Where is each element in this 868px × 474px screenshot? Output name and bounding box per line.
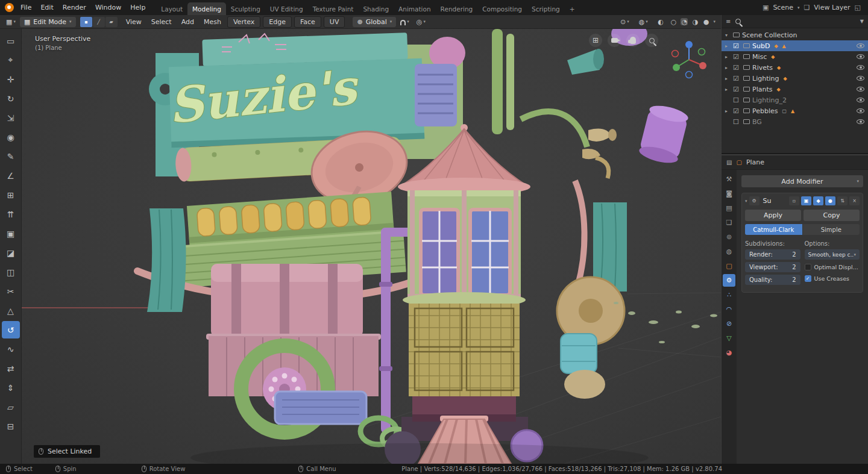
filter-icon[interactable]: ▼ xyxy=(860,19,864,24)
add-workspace-button[interactable]: + xyxy=(565,2,580,15)
snapping-button[interactable]: ▾ xyxy=(397,17,412,27)
viewport-3d[interactable]: Suzie's xyxy=(22,29,721,464)
disclosure-icon[interactable]: ▸ xyxy=(725,108,731,114)
pan-view-button[interactable] xyxy=(626,34,640,47)
tool-shrink-fatten[interactable]: ⇕ xyxy=(2,379,20,396)
workspace-tab-texture-paint[interactable]: Texture Paint xyxy=(308,2,359,15)
optimal-display-row[interactable]: Optimal Displ... xyxy=(805,262,860,272)
tool-inset-faces[interactable]: ▣ xyxy=(2,225,20,242)
menu-mesh[interactable]: Mesh xyxy=(200,17,225,27)
tool-transform[interactable]: ◉ xyxy=(2,128,20,146)
workspace-tab-sculpting[interactable]: Sculpting xyxy=(226,2,265,15)
panel-collapse-icon[interactable]: ▾ xyxy=(745,199,747,204)
menu-render[interactable]: Render xyxy=(58,2,90,13)
add-modifier-dropdown[interactable]: Add Modifier ▾ xyxy=(741,175,863,187)
blender-icon[interactable] xyxy=(5,3,14,12)
show-on-cage-toggle[interactable]: ▫ xyxy=(789,196,799,205)
tool-select-box[interactable]: ▭ xyxy=(2,32,20,49)
uv-smooth-dropdown[interactable]: Smooth, keep c.. ▾ xyxy=(805,249,860,260)
viewport-subdivisions-field[interactable]: Viewport: 2 xyxy=(745,262,800,272)
editor-type-button[interactable]: ▦ ▾ xyxy=(3,17,19,27)
zoom-view-button[interactable] xyxy=(645,34,658,47)
tool-spin[interactable]: ↺ xyxy=(2,321,20,338)
properties-tab-scene[interactable]: ⊚ xyxy=(723,231,735,243)
properties-tab-object-data[interactable]: ▽ xyxy=(723,332,735,345)
menu-add[interactable]: Add xyxy=(177,17,198,27)
menu-view[interactable]: View xyxy=(122,17,146,27)
outliner-item-subd[interactable]: ▸ ☑ SubD ◆ ▲ xyxy=(722,40,868,51)
shading-material-button[interactable]: ◑ xyxy=(691,18,699,25)
screens-icon[interactable]: ◱ xyxy=(855,4,861,11)
workspace-tab-layout[interactable]: Layout xyxy=(156,2,187,15)
disclosure-icon[interactable]: ▾ xyxy=(725,33,731,38)
scene-model[interactable]: Suzie's xyxy=(22,29,721,464)
visibility-eye-icon[interactable] xyxy=(857,76,864,81)
outliner-editor-icon[interactable]: ≡ xyxy=(726,18,731,25)
menu-edit[interactable]: Edit xyxy=(36,2,57,13)
menu-face[interactable]: Face xyxy=(294,16,321,28)
apply-button[interactable]: Apply xyxy=(745,210,801,221)
edge-select-mode-button[interactable]: ╱ xyxy=(93,17,105,27)
tool-measure[interactable]: ∠ xyxy=(2,167,20,184)
visibility-eye-icon[interactable] xyxy=(857,98,864,102)
outliner-item-bg[interactable]: ☐ BG xyxy=(722,116,868,127)
scene-caret-icon[interactable]: ▾ xyxy=(797,5,800,10)
chest[interactable] xyxy=(211,264,363,336)
outliner-item-pebbles[interactable]: ▸ ☑ Pebbles ▢ ▲ xyxy=(722,105,868,116)
workspace-tab-uv-editing[interactable]: UV Editing xyxy=(265,2,308,15)
tool-scale[interactable]: ⇲ xyxy=(2,109,20,126)
tool-cursor[interactable]: ⌖ xyxy=(2,51,20,69)
show-in-render-toggle[interactable]: ● xyxy=(825,196,835,205)
workspace-tab-rendering[interactable]: Rendering xyxy=(436,2,478,15)
workspace-tab-shading[interactable]: Shading xyxy=(358,2,394,15)
scene-selector[interactable]: Scene xyxy=(773,4,793,11)
render-subdivisions-field[interactable]: Render: 2 xyxy=(745,249,800,260)
pivot-point-button[interactable]: ⊙ ▾ xyxy=(617,17,632,27)
move-modifier-buttons[interactable]: ⇅ xyxy=(837,196,848,205)
properties-tab-physics[interactable]: ◠ xyxy=(723,303,735,316)
tool-edge-slide[interactable]: ⇄ xyxy=(2,360,20,377)
workspace-tab-compositing[interactable]: Compositing xyxy=(477,2,527,15)
model-steampunk-house[interactable]: Suzie's xyxy=(137,29,717,464)
properties-tab-world[interactable]: ◍ xyxy=(723,245,735,258)
collection-checkbox[interactable]: ☐ xyxy=(733,96,741,104)
simple-button[interactable]: Simple xyxy=(803,224,860,235)
tool-smooth[interactable]: ∿ xyxy=(2,340,20,358)
menu-window[interactable]: Window xyxy=(91,2,125,13)
properties-tab-material[interactable]: ◕ xyxy=(723,346,735,359)
pebbles[interactable] xyxy=(614,302,717,343)
properties-tab-tool[interactable]: ⚒ xyxy=(723,173,735,186)
delete-modifier-button[interactable]: × xyxy=(849,196,860,205)
properties-tab-render[interactable]: ◙ xyxy=(723,187,735,200)
tool-bevel[interactable]: ◪ xyxy=(2,244,20,261)
collection-checkbox[interactable]: ☑ xyxy=(733,75,741,83)
shading-rendered-button[interactable]: ● xyxy=(702,18,709,25)
disclosure-icon[interactable]: ▸ xyxy=(725,43,731,49)
disclosure-icon[interactable]: ▸ xyxy=(725,76,731,81)
tool-move[interactable]: ✛ xyxy=(2,70,20,88)
quality-field[interactable]: Quality: 2 xyxy=(745,275,800,285)
visibility-eye-icon[interactable] xyxy=(857,43,864,48)
outliner-item-misc[interactable]: ▸ ☑ Misc ◆ xyxy=(722,51,868,62)
workspace-tab-animation[interactable]: Animation xyxy=(394,2,436,15)
collection-checkbox[interactable]: ☑ xyxy=(733,86,741,93)
collection-checkbox[interactable]: ☑ xyxy=(733,64,741,72)
navigation-gizmo[interactable] xyxy=(668,39,710,81)
visibility-eye-icon[interactable] xyxy=(857,54,864,59)
visibility-eye-icon[interactable] xyxy=(857,119,864,124)
properties-tab-constraints[interactable]: ⊘ xyxy=(723,317,735,330)
catmull-clark-button[interactable]: Catmull-Clark xyxy=(745,224,802,235)
tool-poly-build[interactable]: △ xyxy=(2,302,20,319)
tool-rotate[interactable]: ↻ xyxy=(2,90,20,107)
show-in-edit-mode-toggle[interactable]: ▣ xyxy=(801,196,811,205)
optimal-display-checkbox[interactable] xyxy=(805,264,811,270)
tool-shear[interactable]: ▱ xyxy=(2,398,20,416)
mode-selector[interactable]: ▦ Edit Mode ▾ xyxy=(20,17,76,27)
disclosure-icon[interactable]: ▸ xyxy=(725,87,731,92)
properties-tab-view-layer[interactable]: ❏ xyxy=(723,216,735,229)
properties-editor-icon[interactable]: ▤ xyxy=(726,159,732,166)
menu-help[interactable]: Help xyxy=(126,2,149,13)
shading-wireframe-button[interactable]: ○ xyxy=(670,18,677,25)
outliner-item-lighting-2[interactable]: ☐ Lighting_2 xyxy=(722,95,868,105)
xray-toggle-button[interactable]: ◐ xyxy=(655,17,667,27)
